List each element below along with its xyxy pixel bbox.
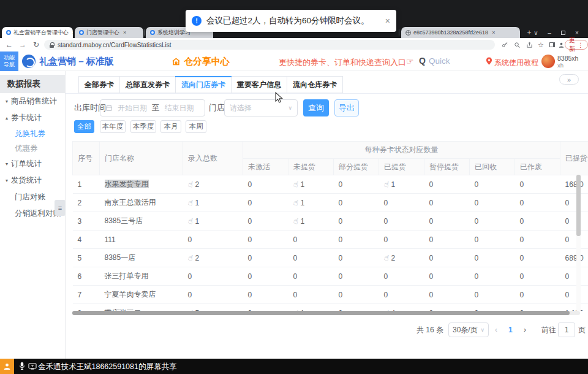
count-cell: 0 [379, 231, 424, 249]
tab-store-flow-cards[interactable]: 流向门店券卡 [176, 77, 232, 93]
count-cell[interactable]: ☝5 [183, 304, 243, 311]
location-pin-icon [486, 56, 492, 67]
quick-filter-quarter[interactable]: 本季度 [130, 120, 156, 133]
back-button[interactable]: ← [4, 38, 15, 52]
vertical-scrollbar-thumb[interactable] [576, 175, 581, 236]
count-cell: 0 [470, 175, 515, 194]
count-cell: 0 [183, 231, 243, 249]
browser-tab-active[interactable]: 礼盒营销平台管理中心 × [2, 27, 73, 38]
tab-close-icon[interactable]: × [123, 29, 126, 36]
tab-close-icon[interactable]: × [492, 29, 495, 36]
count-cell[interactable]: ☝1 [288, 194, 334, 212]
col-header-store-name: 门店名称 [100, 142, 183, 175]
screen-share-icon [28, 362, 37, 373]
tab-search-icon[interactable]: ∨ [530, 27, 541, 38]
browser-tab[interactable]: 门店管理中心 × [75, 27, 143, 38]
quick-filter-month[interactable]: 本月 [160, 120, 181, 133]
count-cell: 0 [334, 212, 379, 231]
col-header-status-group: 每种券卡状态对应数量 [243, 142, 560, 159]
tab-hq-direct-cards[interactable]: 总部直发券卡 [120, 77, 176, 93]
tab-warehouse-flow-cards[interactable]: 流向仓库券卡 [287, 77, 342, 93]
share-icon[interactable] [524, 38, 534, 52]
vertical-scrollbar[interactable] [576, 175, 581, 311]
function-nav-button[interactable]: 功能 导航 [0, 52, 18, 71]
count-cell[interactable]: ☝1 [288, 175, 334, 194]
col-header-amount: 已提货金额 [560, 142, 588, 175]
screen-share-text: 金禾通技术王斌18662591081的屏幕共享 [38, 362, 176, 372]
quick-filter-week[interactable]: 本周 [186, 120, 206, 133]
browser-update-button[interactable]: 更新 ⋮ [565, 40, 588, 50]
count-cell[interactable]: ☝2 [183, 249, 243, 267]
toast-message: 会议已超过2人，自动转为60分钟限时会议。 [206, 15, 369, 26]
pointer-hand-icon: ☝ [187, 179, 194, 189]
count-cell[interactable]: ☝1 [183, 212, 243, 231]
page-number[interactable]: 1 [508, 322, 513, 337]
forward-button[interactable]: → [17, 38, 28, 52]
count-cell[interactable]: ☝1 [288, 304, 334, 311]
sidebar-collapse-handle[interactable]: ≡ [55, 200, 66, 216]
browser-tab[interactable]: e8c573980b1328a258fd2e618 × [401, 27, 520, 38]
sidebar-item-exchange-coupon[interactable]: 兑换礼券 [0, 126, 65, 141]
pointer-hand-icon: ☝ [187, 216, 194, 226]
quick-filter-year[interactable]: 本年度 [100, 120, 126, 133]
sidebar-item-order-stats[interactable]: ▾ 订单统计 [0, 156, 65, 172]
prev-page-button[interactable]: ‹ [495, 322, 497, 337]
zoom-icon[interactable] [512, 38, 522, 52]
collapse-panel-button[interactable]: » [559, 74, 579, 85]
browser-menu-icon[interactable]: ⋮ [578, 42, 584, 48]
count-cell[interactable]: ☝1 [288, 212, 334, 231]
window-maximize-button[interactable] [557, 27, 568, 38]
count-cell[interactable]: ☝2 [379, 249, 424, 267]
horizontal-scrollbar-thumb[interactable] [72, 311, 570, 315]
horizontal-scrollbar[interactable] [72, 311, 580, 315]
export-button[interactable]: 导出 [334, 99, 359, 116]
count-cell: 0 [470, 194, 515, 212]
date-range-input[interactable]: 开始日期 至 结束日期 [100, 99, 205, 116]
tab-all-cards[interactable]: 全部券卡 [79, 77, 120, 93]
window-minimize-button[interactable]: – [544, 27, 555, 38]
sidebar-item-card-stats[interactable]: ▴ 券卡统计 [0, 110, 65, 126]
side-panel-icon[interactable] [547, 38, 557, 52]
count-value: 2 [195, 254, 199, 262]
count-cell[interactable]: ☝1 [379, 175, 424, 194]
tab-key-customer-info[interactable]: 重要客户信息 [232, 77, 287, 93]
count-cell: 0 [379, 286, 424, 304]
page-size-select[interactable]: 30条/页 ∨ [448, 322, 489, 337]
store-name-cell: 宁夏羊肉专卖店 [100, 286, 183, 304]
user-avatar[interactable] [541, 55, 555, 68]
next-page-button[interactable]: › [524, 322, 526, 337]
count-cell[interactable]: ☝1 [183, 194, 243, 212]
warehouse-share-center-link[interactable]: 仓分享中心 [172, 56, 230, 67]
filter-row: 出库时间 开始日期 至 结束日期 门店 请选择 ∨ 查询 导出 [66, 99, 588, 116]
system-tutorial-link[interactable]: 系统使用教程 [494, 58, 538, 68]
store-select[interactable]: 请选择 ∨ [224, 99, 298, 116]
sidebar-item-shipping-stats[interactable]: ▾ 发货统计 [0, 172, 65, 189]
password-key-icon[interactable] [500, 38, 510, 52]
sharer-avatar [0, 359, 14, 374]
goto-page-input[interactable]: 1 [558, 322, 575, 337]
quick-filter-all[interactable]: 全部 [74, 120, 94, 133]
count-value: 1 [391, 180, 395, 189]
search-button[interactable]: 查询 [303, 99, 329, 116]
toast-close-icon[interactable]: × [385, 16, 390, 26]
table-row: 6 张三打单专用 0 0 0 0 0 0 0 0 0 [73, 267, 588, 286]
start-date-placeholder: 开始日期 [118, 103, 147, 113]
count-cell[interactable]: ☝4 [379, 304, 424, 311]
pointer-hand-icon: ☝ [187, 253, 194, 262]
sidebar-item-label: 分销返利对账 [15, 208, 61, 219]
bookmark-star-icon[interactable]: ☆ [536, 38, 546, 52]
reload-button[interactable]: ↻ [31, 38, 42, 52]
sidebar-item-product-sales[interactable]: ▾ 商品销售统计 [0, 93, 65, 110]
count-cell: 0 [424, 249, 470, 267]
quick-label[interactable]: Quick [429, 56, 450, 66]
screen-share-bar: 金禾通技术王斌18662591081的屏幕共享 [0, 359, 588, 374]
tab-close-icon[interactable]: × [72, 29, 73, 36]
count-cell: 0 [243, 267, 288, 286]
count-cell[interactable]: ☝2 [183, 175, 243, 194]
address-bar[interactable]: standard.maboy.cn/CardFlowStatisticsList [44, 40, 495, 50]
store-name-cell: 张三打单专用 [100, 267, 183, 286]
sidebar-item-discount-coupon[interactable]: 优惠券 [0, 141, 65, 156]
count-cell: 0 [334, 249, 379, 267]
main-content: 全部券卡 总部直发券卡 流向门店券卡 重要客户信息 流向仓库券卡 » 出库时间 … [66, 71, 588, 359]
quick-search-icon[interactable]: Q [419, 56, 426, 66]
